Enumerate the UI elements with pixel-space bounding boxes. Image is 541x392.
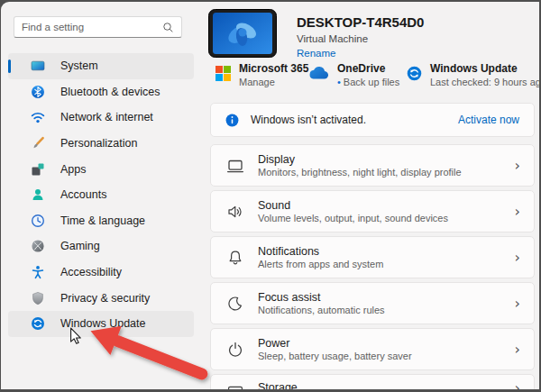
gaming-icon xyxy=(31,239,45,253)
sidebar-item-system[interactable]: System xyxy=(8,53,194,79)
info-icon xyxy=(225,114,239,127)
row-subtitle: Alerts from apps and system xyxy=(258,259,515,269)
sidebar-item-label: Time & language xyxy=(60,214,145,227)
sidebar-item-label: Accessibility xyxy=(60,266,122,278)
row-subtitle: Notifications, automatic rules xyxy=(258,305,515,315)
sidebar-item-accounts[interactable]: Accounts xyxy=(8,182,194,208)
chevron-right-icon: › xyxy=(515,159,520,173)
sidebar-item-label: Apps xyxy=(60,163,87,176)
quick-status-onedrive: OneDrive •Back up files xyxy=(307,62,399,87)
privacy-icon xyxy=(31,291,45,305)
sidebar-item-gaming[interactable]: Gaming xyxy=(8,233,194,260)
row-title: Power xyxy=(258,337,515,350)
sidebar-item-label: Windows Update xyxy=(60,317,146,330)
activation-message: Windows isn’t activated. xyxy=(251,114,458,126)
selected-accent-pill xyxy=(8,59,11,73)
notifications-icon xyxy=(226,249,244,267)
onedrive-backup-link[interactable]: •Back up files xyxy=(337,77,399,87)
chevron-right-icon: › xyxy=(515,342,520,357)
sidebar-item-windows-update[interactable]: Windows Update xyxy=(8,311,194,337)
sidebar-item-network-internet[interactable]: Network & internet xyxy=(8,105,194,131)
sidebar-item-time-language[interactable]: Time & language xyxy=(8,208,194,234)
sidebar-nav: System Bluetooth & devices Network & int… xyxy=(8,53,194,337)
search-box[interactable] xyxy=(14,16,182,38)
search-icon xyxy=(162,22,174,33)
update-last-checked: Last checked: 9 hours ago xyxy=(430,77,539,87)
device-name: DESKTOP-T4R54D0 xyxy=(297,14,424,30)
row-subtitle: Monitors, brightness, night light, displ… xyxy=(258,167,515,178)
activate-now-link[interactable]: Activate now xyxy=(458,114,519,126)
onedrive-title: OneDrive xyxy=(337,62,399,75)
row-storage[interactable]: Storage › xyxy=(210,374,535,389)
device-thumbnail xyxy=(208,9,277,58)
row-title: Storage xyxy=(258,381,515,389)
onedrive-cloud-icon xyxy=(307,66,329,80)
network-icon xyxy=(31,110,45,124)
microsoft365-manage-link[interactable]: Manage xyxy=(239,77,308,87)
settings-app: System Bluetooth & devices Network & int… xyxy=(1,2,539,389)
bluetooth-icon xyxy=(31,85,45,99)
sidebar-item-label: Network & internet xyxy=(60,111,153,123)
row-subtitle: Sleep, battery usage, battery saver xyxy=(258,351,515,361)
sidebar-item-accessibility[interactable]: Accessibility xyxy=(8,260,194,286)
row-focus-assist[interactable]: Focus assist Notifications, automatic ru… xyxy=(210,282,535,324)
sidebar-item-apps[interactable]: Apps xyxy=(8,156,194,182)
row-display[interactable]: Display Monitors, brightness, night ligh… xyxy=(210,144,535,187)
focus-assist-icon xyxy=(226,295,244,313)
update-status-title: Windows Update xyxy=(430,62,539,75)
sidebar-item-label: Accounts xyxy=(60,188,106,201)
display-icon xyxy=(226,157,244,175)
settings-window: System Bluetooth & devices Network & int… xyxy=(0,0,541,392)
windows-update-icon xyxy=(31,316,45,331)
personalization-icon xyxy=(31,136,45,150)
rename-link[interactable]: Rename xyxy=(297,48,335,59)
chevron-right-icon: › xyxy=(515,296,520,311)
quick-status-microsoft365: Microsoft 365 Manage xyxy=(215,62,308,87)
system-icon xyxy=(31,59,45,73)
sidebar-item-label: Privacy & security xyxy=(60,292,150,305)
sound-icon xyxy=(226,203,244,221)
storage-icon xyxy=(226,381,244,389)
row-title: Notifications xyxy=(258,245,515,258)
sidebar-item-label: System xyxy=(60,59,98,72)
microsoft-logo-icon xyxy=(215,66,231,81)
time-language-icon xyxy=(31,214,45,228)
chevron-right-icon: › xyxy=(515,205,520,219)
status-bullet: • xyxy=(337,77,341,87)
sidebar-item-label: Gaming xyxy=(60,240,100,252)
sidebar-item-label: Bluetooth & devices xyxy=(60,86,160,98)
sidebar-item-label: Personalization xyxy=(60,137,137,150)
chevron-right-icon: › xyxy=(515,381,520,389)
sidebar-item-bluetooth-devices[interactable]: Bluetooth & devices xyxy=(8,79,194,105)
quick-status-windows-update: Windows Update Last checked: 9 hours ago xyxy=(407,62,539,87)
chevron-right-icon: › xyxy=(515,251,520,265)
sidebar: System Bluetooth & devices Network & int… xyxy=(1,2,201,389)
row-subtitle: Volume levels, output, input, sound devi… xyxy=(258,213,515,223)
sidebar-item-personalization[interactable]: Personalization xyxy=(8,131,194,157)
row-notifications[interactable]: Notifications Alerts from apps and syste… xyxy=(210,236,535,278)
row-power[interactable]: Power Sleep, battery usage, battery save… xyxy=(210,328,535,370)
windows-update-status-icon xyxy=(407,66,422,81)
sidebar-item-privacy-security[interactable]: Privacy & security xyxy=(8,285,194,311)
power-icon xyxy=(226,341,244,359)
activation-banner: Windows isn’t activated. Activate now xyxy=(210,103,535,137)
microsoft365-title: Microsoft 365 xyxy=(239,62,308,75)
accessibility-icon xyxy=(31,265,45,279)
apps-icon xyxy=(31,162,45,177)
row-title: Focus assist xyxy=(258,291,515,304)
row-title: Sound xyxy=(258,199,515,212)
row-sound[interactable]: Sound Volume levels, output, input, soun… xyxy=(210,190,535,232)
row-title: Display xyxy=(258,153,515,166)
accounts-icon xyxy=(31,187,45,202)
search-input[interactable] xyxy=(22,22,162,32)
device-type: Virtual Machine xyxy=(297,33,368,44)
